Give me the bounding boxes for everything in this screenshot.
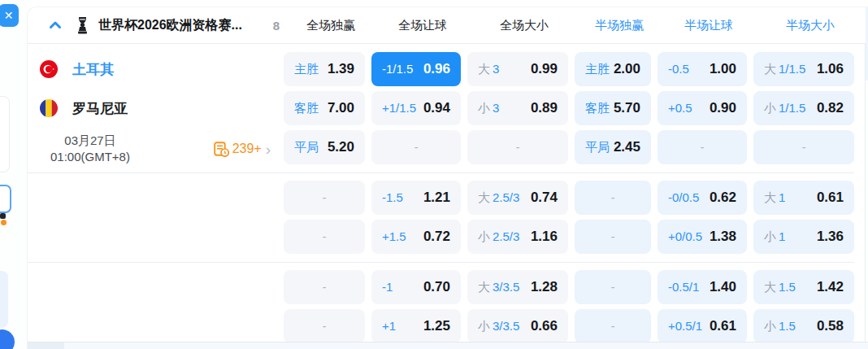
odds-cell[interactable]: 大10.61 [753,181,854,215]
odds-value: 0.62 [710,190,736,206]
odds-cell[interactable]: +0.5/10.61 [658,309,747,343]
odds-value: 0.61 [817,190,844,206]
odds-label: 大3 [478,62,499,77]
odds-value: 1.36 [817,229,844,245]
no-odds-dash: - [516,141,520,154]
sidebar-fragment-button[interactable] [0,185,11,213]
odds-cell[interactable]: +11.25 [371,309,461,343]
odds-label-prefix: 大 [478,280,490,294]
odds-body: 土耳其 罗马尼亚 03月27日 01:00(GMT+8) [28,44,868,343]
odds-label-prefix: 大 [764,190,776,204]
market-header-4[interactable]: 半场独赢 [581,18,658,33]
odds-value: 1.16 [531,229,558,245]
odds-label: 小2.5/3 [478,229,519,245]
odds-label: -0.5 [668,62,689,76]
away-team-name: 罗马尼亚 [72,99,128,118]
odds-cell[interactable]: 主胜1.39 [284,52,365,86]
odds-cell-empty[interactable]: - [575,270,651,304]
panel-right-divider [865,43,866,349]
odds-cell[interactable]: 大30.99 [467,52,568,86]
odds-label-prefix: 大 [478,190,490,204]
odds-cell[interactable]: 小11.36 [753,220,854,254]
odds-cell-empty[interactable]: - [753,130,854,164]
odds-label-prefix: 小 [764,229,776,243]
odds-cell-empty[interactable]: - [658,130,747,164]
odds-value: 1.25 [423,318,450,334]
odds-groups: 主胜1.39-1/1.50.96大30.99主胜2.00-0.51.00大1/1… [284,52,854,343]
odds-cell[interactable]: -0/0.50.62 [658,181,747,215]
league-title[interactable]: 世界杯2026欧洲资格赛... [98,17,267,34]
odds-cell[interactable]: 平局5.20 [284,130,365,164]
odds-cell[interactable]: +1.50.72 [371,220,461,254]
close-button[interactable]: ✕ [0,4,19,27]
odds-cell[interactable]: +1/1.50.94 [371,91,461,125]
odds-label: -0/0.5 [668,190,699,205]
odds-cell[interactable]: -0.5/11.40 [658,270,747,304]
odds-cell[interactable]: 平局2.45 [575,130,651,164]
odds-cell[interactable]: 小30.89 [467,91,568,125]
odds-cell[interactable]: -0.51.00 [658,52,747,86]
odds-label: 客胜 [294,101,319,116]
home-team-row[interactable]: 土耳其 [28,52,284,86]
odds-cell[interactable]: 小1.50.58 [753,309,854,343]
match-time-row: 03月27日 01:00(GMT+8) 239+ › [28,130,284,168]
odds-cell-empty[interactable]: - [575,220,651,254]
odds-value: 2.45 [614,139,640,155]
chevron-right-icon: › [266,142,271,157]
odds-value: 5.20 [328,139,354,155]
odds-cell[interactable]: 客胜5.70 [575,91,651,125]
market-header-5[interactable]: 半场让球 [664,18,753,33]
market-header-2[interactable]: 全场让球 [378,18,467,33]
odds-value: 0.82 [817,100,844,116]
odds-value: 0.89 [531,100,558,116]
odds-cell[interactable]: 小1/1.50.82 [753,91,854,125]
odds-cell-empty[interactable]: - [284,270,365,304]
odds-cell[interactable]: 主胜2.00 [575,52,651,86]
away-team-row[interactable]: 罗马尼亚 [28,91,284,125]
collapse-chevron-up-icon[interactable] [48,18,63,33]
odds-label: 平局 [585,140,610,155]
turkey-flag-icon [40,60,58,78]
odds-cell[interactable]: 小3/3.50.66 [467,309,568,343]
odds-cell[interactable]: 大3/3.51.28 [467,270,568,304]
more-markets-link[interactable]: 239+ › [214,142,271,157]
odds-cell[interactable]: 小2.5/31.16 [467,220,568,254]
odds-cell[interactable]: -1/1.50.96 [371,52,461,86]
odds-cell[interactable]: +0.50.90 [658,91,747,125]
market-header-6[interactable]: 半场大小 [760,18,861,33]
match-info: 土耳其 罗马尼亚 03月27日 01:00(GMT+8) [28,52,284,207]
odds-cell-empty[interactable]: - [575,181,651,215]
sidebar-fragment-fab[interactable] [0,329,15,349]
odds-cell[interactable]: 大1/1.51.06 [753,52,854,86]
odds-label: +1.5 [382,229,406,244]
odds-cell[interactable]: -10.70 [371,270,461,304]
home-team-name: 土耳其 [72,60,114,79]
odds-cell-empty[interactable]: - [284,181,365,215]
odds-panel: 世界杯2026欧洲资格赛... 8 全场独赢全场让球全场大小半场独赢半场让球半场… [27,7,868,349]
markets-count-icon [214,142,229,157]
odds-cell-empty[interactable]: - [467,130,568,164]
odds-cell[interactable]: -1.51.21 [371,181,461,215]
no-odds-dash: - [414,141,419,154]
odds-label: -1.5 [382,190,403,205]
odds-cell[interactable]: +0/0.51.38 [658,220,747,254]
odds-group-1: 主胜1.39-1/1.50.96大30.99主胜2.00-0.51.00大1/1… [284,52,854,164]
market-header-1[interactable]: 全场独赢 [290,18,371,33]
match-date: 03月27日 [50,133,130,149]
odds-cell-empty[interactable]: - [284,309,365,343]
market-header-3[interactable]: 全场大小 [474,18,575,33]
odds-cell[interactable]: 大1.51.42 [753,270,854,304]
no-odds-dash: - [323,230,327,243]
odds-cell[interactable]: 客胜7.00 [284,91,365,125]
odds-label: 大1/1.5 [764,62,805,77]
match-time: 01:00(GMT+8) [50,149,130,165]
odds-label-prefix: 小 [764,101,776,115]
odds-cell[interactable]: 大2.5/30.74 [467,181,568,215]
odds-cell-empty[interactable]: - [284,220,365,254]
odds-cell-empty[interactable]: - [575,309,651,343]
odds-label: 主胜 [294,62,319,77]
odds-value: 0.70 [423,279,450,295]
odds-label: +1/1.5 [382,101,416,116]
odds-value: 1.06 [817,61,844,77]
odds-cell-empty[interactable]: - [371,130,461,164]
